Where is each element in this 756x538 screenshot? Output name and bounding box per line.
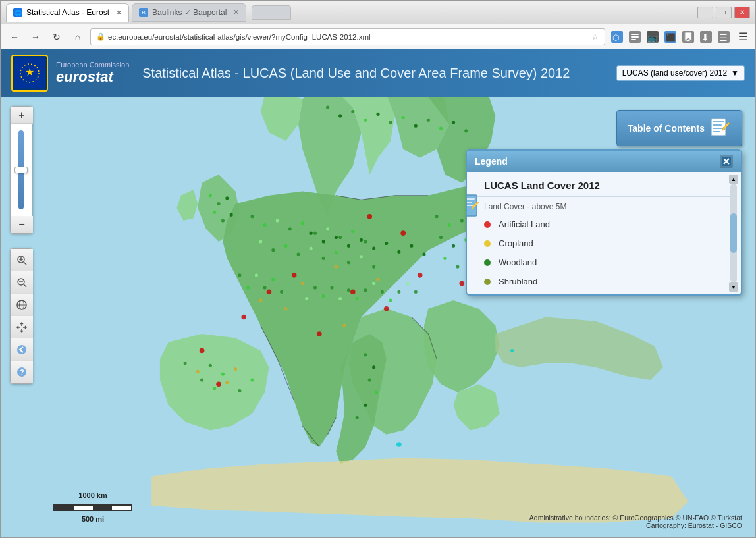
minimize-button[interactable]: — [697, 7, 713, 18]
credit-line-1: Administrative boundaries: © EuroGeograp… [529, 514, 742, 522]
back-button[interactable]: ← [6, 28, 23, 45]
svg-point-46 [241, 315, 246, 320]
zoom-out-button[interactable]: − [11, 216, 33, 233]
back-nav-tool-button[interactable] [11, 338, 33, 361]
pan-tool-button[interactable] [11, 316, 33, 338]
svg-point-38 [310, 247, 313, 250]
svg-point-103 [213, 211, 216, 214]
tab-baulinks[interactable]: B Baulinks ✓ Bauportal ✕ [132, 3, 246, 22]
reload-button[interactable]: ↻ [48, 28, 65, 45]
close-button[interactable]: ✕ [734, 7, 750, 18]
zoom-slider-track [18, 130, 24, 209]
svg-point-93 [389, 121, 392, 124]
tab-close-1[interactable]: ✕ [116, 9, 122, 17]
address-bar[interactable]: 🔒 ec.europa.eu/eurostat/statistical-atla… [90, 28, 605, 45]
zoom-in-button[interactable]: + [11, 107, 33, 124]
svg-point-111 [200, 378, 203, 381]
svg-point-96 [427, 119, 430, 122]
svg-text:⬇: ⬇ [701, 32, 709, 43]
tab-favicon-2: B [139, 8, 148, 17]
svg-point-88 [326, 106, 329, 109]
svg-point-67 [330, 286, 333, 289]
svg-point-61 [263, 286, 267, 289]
svg-point-73 [381, 290, 384, 294]
svg-point-123 [448, 223, 451, 227]
map-credits: Administrative boundaries: © EuroGeograp… [529, 514, 742, 529]
title-bar: 🌐 Statistical Atlas - Eurost ✕ B Baulink… [1, 1, 755, 24]
svg-point-51 [200, 348, 205, 354]
legend-item-artificial: Artificial Land [484, 219, 730, 229]
legend-label-shrubland: Shrubland [499, 277, 537, 286]
tool-panel: ? [10, 248, 32, 384]
svg-point-63 [280, 290, 283, 294]
settings-icon[interactable]: ☰ [716, 29, 732, 45]
svg-rect-161 [713, 128, 723, 129]
svg-point-99 [464, 129, 468, 132]
zoom-slider-thumb[interactable] [14, 167, 28, 173]
svg-point-107 [196, 370, 200, 373]
legend-header: Legend [467, 151, 741, 172]
svg-point-68 [338, 297, 342, 300]
legend-close-button[interactable] [720, 155, 733, 168]
table-of-contents-button[interactable]: Table of Contents [616, 110, 742, 146]
svg-point-85 [397, 250, 400, 254]
app-header: ★ European Commission eurostat Statistic… [1, 49, 755, 97]
toc-icon [710, 116, 731, 140]
map-area[interactable]: + − [1, 97, 755, 537]
svg-point-115 [250, 378, 254, 381]
bookmark-manager-icon[interactable] [680, 29, 696, 45]
svg-point-91 [364, 119, 367, 122]
svg-point-141 [400, 230, 406, 236]
tab-statistical-atlas[interactable]: 🌐 Statistical Atlas - Eurost ✕ [6, 3, 129, 22]
reader-icon[interactable] [627, 29, 643, 45]
svg-point-48 [384, 306, 389, 311]
commission-label: European Commission [56, 61, 129, 68]
svg-point-101 [217, 202, 221, 205]
legend-scrollbar[interactable]: ▲ ▼ [729, 175, 738, 292]
svg-point-108 [209, 364, 212, 367]
svg-text:🌐: 🌐 [14, 9, 22, 17]
tab-close-2[interactable]: ✕ [233, 8, 239, 16]
svg-point-52 [301, 282, 304, 285]
svg-point-128 [439, 236, 443, 239]
scale-bar: 1000 km 500 mi [53, 502, 132, 524]
bookmark-icon[interactable]: ☆ [591, 32, 599, 41]
globe-tool-button[interactable] [11, 294, 33, 316]
svg-point-47 [317, 331, 322, 336]
extensions-icon[interactable]: ⬡ [609, 29, 625, 45]
scrollbar-thumb[interactable] [730, 213, 737, 253]
new-tab-area[interactable] [252, 5, 291, 20]
svg-point-94 [402, 116, 405, 119]
legend-label-cropland: Cropland [499, 238, 533, 248]
downloads-icon[interactable]: ⬇ [698, 29, 714, 45]
home-button[interactable]: ⌂ [69, 28, 86, 45]
apps-icon[interactable]: ⬛ [662, 29, 678, 45]
svg-point-34 [259, 240, 262, 243]
zoom-out-tool-button[interactable] [11, 271, 33, 294]
svg-point-39 [322, 257, 325, 260]
svg-point-140 [367, 214, 372, 219]
svg-point-155 [17, 345, 26, 354]
zoom-in-tool-button[interactable] [11, 249, 33, 271]
svg-point-55 [343, 324, 346, 327]
svg-point-35 [271, 248, 275, 252]
cast-icon[interactable]: 📺 [645, 29, 661, 45]
svg-rect-7 [631, 39, 636, 40]
year-dropdown[interactable]: LUCAS (land use/cover) 2012 ▼ [616, 65, 745, 81]
svg-point-58 [238, 273, 241, 277]
svg-text:★: ★ [25, 67, 34, 78]
svg-text:☰: ☰ [719, 32, 728, 43]
legend-dot-cropland [484, 240, 491, 247]
svg-rect-167 [466, 205, 473, 206]
maximize-button[interactable]: □ [716, 7, 732, 18]
help-tool-button[interactable]: ? [11, 361, 33, 383]
scroll-down-arrow[interactable]: ▼ [729, 282, 738, 292]
svg-point-25 [263, 223, 267, 227]
chrome-menu-icon[interactable]: ☰ [736, 30, 750, 43]
svg-point-82 [360, 238, 363, 242]
svg-text:⬛: ⬛ [666, 32, 676, 42]
svg-point-59 [246, 286, 250, 289]
svg-point-76 [406, 282, 409, 285]
forward-button[interactable]: → [27, 28, 44, 45]
scroll-up-arrow[interactable]: ▲ [729, 175, 738, 184]
